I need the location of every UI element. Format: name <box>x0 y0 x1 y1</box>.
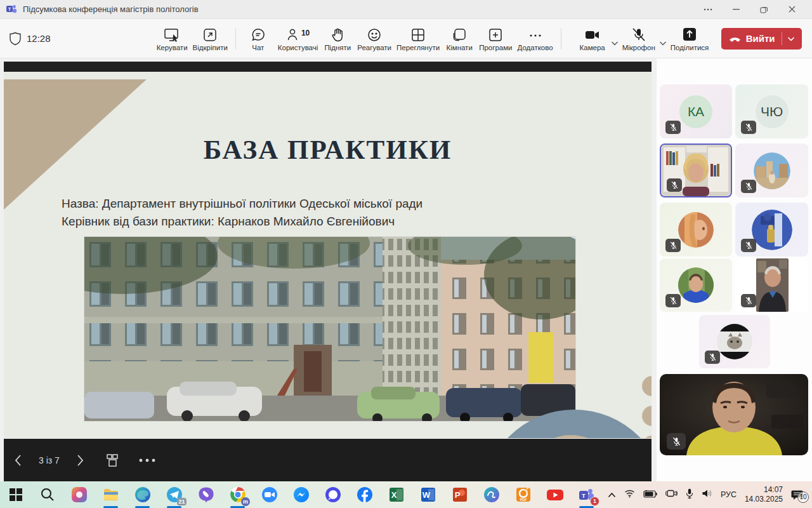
close-button[interactable] <box>778 0 806 19</box>
word-icon[interactable]: W <box>419 486 437 504</box>
telegram-badge: 21 <box>177 498 187 505</box>
pdf-app-icon[interactable]: PDF <box>514 486 532 504</box>
leave-chevron[interactable] <box>787 36 795 41</box>
viber-icon[interactable] <box>197 486 215 504</box>
tray-expand-chevron[interactable] <box>608 489 616 500</box>
share-icon <box>681 26 698 43</box>
youtube-icon[interactable] <box>546 486 564 504</box>
previous-slide-button[interactable] <box>14 454 22 467</box>
tray-camera-icon[interactable] <box>665 489 678 500</box>
slide-more-button[interactable] <box>139 458 155 462</box>
hangup-icon <box>729 36 741 42</box>
start-button[interactable] <box>6 486 25 504</box>
participant-tile-girl-avatar[interactable] <box>660 203 732 257</box>
restore-button[interactable] <box>750 0 778 19</box>
react-button[interactable]: Реагувати <box>355 21 394 57</box>
participant-tile-chyu[interactable]: ЧЮ <box>735 84 808 138</box>
windows-taskbar: 21 m X W P PDF T1 РУС 14:07 14.03 <box>0 481 812 508</box>
mic-muted-badge <box>665 294 681 307</box>
raise-hand-icon <box>331 26 344 43</box>
mic-muted-badge <box>741 121 756 134</box>
apps-button[interactable]: Програми <box>476 21 514 57</box>
control-button[interactable]: Керувати <box>154 21 190 57</box>
unpin-button[interactable]: Відкріпити <box>190 21 230 57</box>
svg-text:X: X <box>391 490 396 500</box>
participant-tile-boy-avatar[interactable] <box>660 258 732 312</box>
share-button[interactable]: Поділитися <box>668 21 711 57</box>
leave-divider <box>782 32 782 45</box>
battery-icon[interactable] <box>643 489 657 500</box>
mic-muted-badge <box>667 178 682 192</box>
chrome-icon[interactable]: m <box>228 486 247 504</box>
slide-line1: Назва: Департамент внутрішньої політики … <box>62 195 422 213</box>
tray-mic-icon[interactable] <box>686 488 693 501</box>
mic-chevron[interactable] <box>659 37 667 48</box>
teams-taskbar-icon[interactable]: T1 <box>577 486 596 504</box>
decor-dot-2 <box>642 406 652 426</box>
rooms-button[interactable]: Кімнати <box>442 21 476 57</box>
minimize-button[interactable] <box>722 0 750 19</box>
control-screen-icon <box>164 26 180 43</box>
window-title: Підсумкова конференція магістрів політол… <box>23 4 199 14</box>
chrome-meet-badge: m <box>241 497 250 506</box>
leave-button[interactable]: Вийти <box>721 28 802 50</box>
decor-dot-1 <box>642 376 652 396</box>
window-titlebar: T Підсумкова конференція магістрів політ… <box>0 0 812 19</box>
language-indicator[interactable]: РУС <box>721 490 737 499</box>
zoom-icon[interactable] <box>260 486 278 504</box>
svg-text:PDF: PDF <box>520 498 527 502</box>
decor-dot-3 <box>642 436 652 438</box>
rooms-icon <box>452 26 467 43</box>
speaker-icon[interactable] <box>702 489 712 500</box>
avatar-photo-emblem <box>752 210 792 250</box>
avatar-initials: ЧЮ <box>756 95 789 128</box>
excel-icon[interactable]: X <box>387 486 405 504</box>
edge-icon[interactable] <box>133 486 152 504</box>
search-icon[interactable] <box>38 486 56 504</box>
participants-panel: КА ЧЮ <box>657 58 812 481</box>
mic-muted-badge <box>667 433 686 450</box>
people-count: 10 <box>301 29 310 37</box>
participant-tile-large-video[interactable] <box>660 374 808 455</box>
chat-button[interactable]: Чат <box>241 21 275 57</box>
teams-logo-icon: T <box>6 4 17 15</box>
next-slide-button[interactable] <box>76 454 84 467</box>
camera-icon <box>584 26 601 43</box>
signal-icon[interactable] <box>324 486 342 504</box>
presentation-top-strip <box>4 62 652 72</box>
more-button[interactable]: Додатково <box>515 21 556 57</box>
meeting-timer: 12:28 <box>27 33 51 44</box>
facebook-icon[interactable] <box>355 486 374 504</box>
wifi-icon[interactable] <box>624 489 635 500</box>
camera-chevron[interactable] <box>611 37 619 48</box>
participant-tile-portrait-video[interactable] <box>735 258 808 312</box>
copilot-icon[interactable] <box>70 486 88 504</box>
smiley-icon <box>367 26 382 43</box>
participant-tile-emblem-avatar[interactable] <box>735 203 808 257</box>
powerpoint-icon[interactable]: P <box>450 486 469 504</box>
mic-muted-badge <box>665 121 681 134</box>
view-button[interactable]: Переглянути <box>394 21 442 57</box>
mic-muted-badge <box>741 239 756 252</box>
camera-button[interactable]: Камера <box>575 21 610 57</box>
window-more-button[interactable] <box>694 0 722 19</box>
meeting-toolbar: 12:28 Керувати Відкріпити Чат 10 Користу… <box>0 19 812 58</box>
people-button[interactable]: 10 Користувачі <box>275 21 320 57</box>
canva-icon[interactable] <box>482 486 501 504</box>
notification-count-badge: 10 <box>797 491 809 503</box>
raise-hand-button[interactable]: Підняти <box>320 21 355 57</box>
avatar-initials: КА <box>679 95 712 128</box>
unpin-icon <box>202 26 218 43</box>
shield-icon <box>9 32 22 46</box>
clock[interactable]: 14:07 14.03.2025 <box>745 485 783 504</box>
slide-grid-button[interactable] <box>105 453 120 468</box>
telegram-icon[interactable]: 21 <box>165 486 183 504</box>
mic-button[interactable]: Мікрофон <box>620 21 658 57</box>
file-explorer-icon[interactable] <box>102 486 120 504</box>
participant-tile-city-avatar[interactable] <box>735 144 808 197</box>
participant-tile-cat-avatar[interactable] <box>699 315 770 368</box>
participant-tile-active-speaker-video[interactable] <box>660 144 732 197</box>
participant-tile-ka[interactable]: КА <box>660 84 732 138</box>
messenger-icon[interactable] <box>292 486 310 504</box>
notification-center-button[interactable]: 10 <box>791 490 803 500</box>
